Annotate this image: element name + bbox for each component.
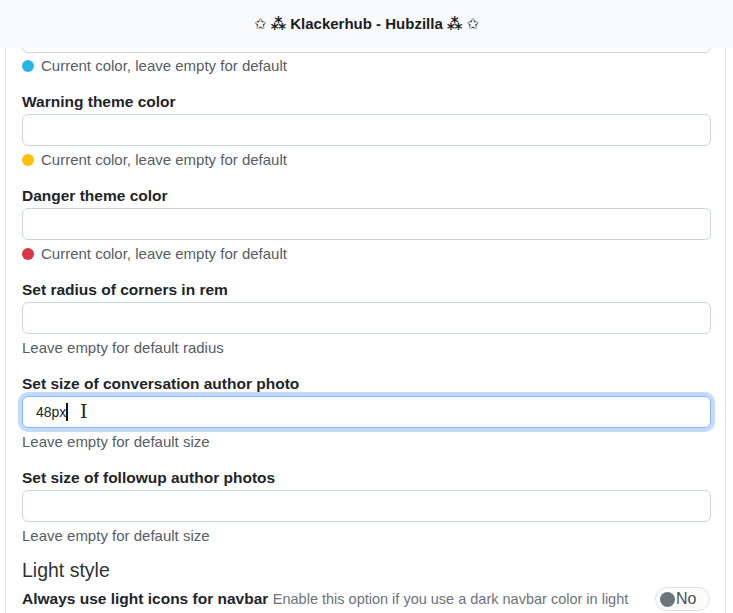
field-label: Set size of conversation author photo	[22, 374, 299, 394]
page-title: ✩ ⁂ Klackerhub - Hubzilla ⁂ ✩	[254, 15, 479, 33]
help-text: Leave empty for default size	[22, 526, 210, 546]
light-icons-setting-row: Always use light icons for navbar Enable…	[22, 589, 654, 609]
field-group-followup-photo-size: Set size of followup author photos Leave…	[22, 468, 711, 550]
field-label: Set radius of corners in rem	[22, 280, 228, 300]
light-icons-toggle[interactable]: No	[655, 587, 710, 611]
settings-page: ✩ ⁂ Klackerhub - Hubzilla ⁂ ✩ Current co…	[0, 0, 733, 613]
field-help: Leave empty for default size	[22, 432, 210, 452]
danger-color-dot	[22, 248, 34, 260]
field-help: Current color, leave empty for default	[22, 244, 287, 264]
conversation-photo-size-input[interactable]	[22, 396, 711, 428]
text-caret	[66, 403, 68, 421]
toggle-state-label: No	[676, 591, 696, 607]
setting-label: Always use light icons for navbar	[22, 590, 268, 607]
corner-radius-input[interactable]	[22, 302, 711, 334]
field-label: Danger theme color	[22, 186, 168, 206]
followup-photo-size-input[interactable]	[22, 490, 711, 522]
field-group-corner-radius: Set radius of corners in rem Leave empty…	[22, 280, 711, 362]
toggle-knob	[660, 592, 675, 607]
field-group-danger-color: Danger theme color Current color, leave …	[22, 186, 711, 268]
section-title-light-style: Light style	[22, 556, 110, 584]
field-help: Current color, leave empty for default	[22, 56, 287, 76]
content-right-border	[725, 48, 726, 613]
content-left-border	[5, 48, 6, 613]
help-text: Leave empty for default radius	[22, 338, 224, 358]
help-text: Current color, leave empty for default	[41, 150, 287, 170]
app-header: ✩ ⁂ Klackerhub - Hubzilla ⁂ ✩	[0, 0, 733, 48]
ibeam-cursor-icon: I	[80, 400, 88, 422]
field-help: Current color, leave empty for default	[22, 150, 287, 170]
field-help: Leave empty for default size	[22, 526, 210, 546]
setting-description: Enable this option if you use a dark nav…	[273, 591, 628, 607]
danger-color-input[interactable]	[22, 208, 711, 240]
warning-color-input[interactable]	[22, 114, 711, 146]
help-text: Leave empty for default size	[22, 432, 210, 452]
field-group-warning-color: Warning theme color Current color, leave…	[22, 92, 711, 174]
field-help: Leave empty for default radius	[22, 338, 224, 358]
help-text: Current color, leave empty for default	[41, 244, 287, 264]
info-color-dot	[22, 60, 34, 72]
warning-color-dot	[22, 154, 34, 166]
field-label: Set size of followup author photos	[22, 468, 275, 488]
field-group-conversation-photo-size: Set size of conversation author photo Le…	[22, 374, 711, 456]
help-text: Current color, leave empty for default	[41, 56, 287, 76]
